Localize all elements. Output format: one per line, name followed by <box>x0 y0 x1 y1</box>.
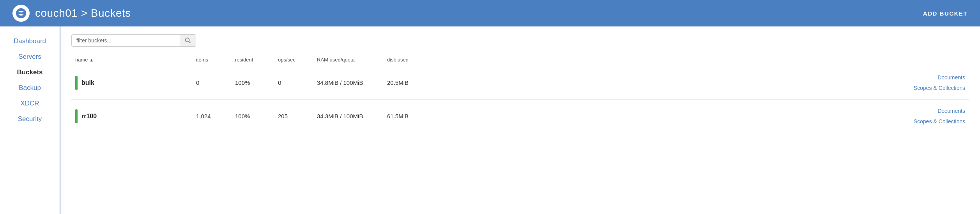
main-layout: Dashboard Servers Buckets Backup XDCR Se… <box>0 26 980 214</box>
cell-name-1: rr100 <box>71 100 192 133</box>
col-header-items: items <box>192 54 231 66</box>
col-header-resident: resident <box>231 54 274 66</box>
buckets-table: name ▲ items resident ops/sec RAM used/q… <box>71 54 969 133</box>
documents-link-1[interactable]: Documents <box>438 106 965 116</box>
svg-line-2 <box>189 42 191 43</box>
col-header-actions <box>434 54 969 66</box>
cell-actions-1: Documents Scopes & Collections <box>434 100 969 133</box>
search-icon <box>185 37 191 44</box>
cell-actions-0: Documents Scopes & Collections <box>434 66 969 100</box>
cell-ops-0: 0 <box>274 66 313 100</box>
sidebar-item-servers[interactable]: Servers <box>0 49 60 65</box>
cell-ram-1: 34.3MiB / 100MiB <box>313 100 383 133</box>
sidebar-item-security[interactable]: Security <box>0 111 60 127</box>
scopes-link-1[interactable]: Scopes & Collections <box>438 116 965 127</box>
cell-ram-0: 34.8MiB / 100MiB <box>313 66 383 100</box>
col-header-disk: disk used <box>383 54 434 66</box>
cell-ops-1: 205 <box>274 100 313 133</box>
logo-icon <box>12 5 30 22</box>
sort-arrow-icon: ▲ <box>89 58 94 62</box>
cell-disk-1: 61.5MiB <box>383 100 434 133</box>
add-bucket-button[interactable]: ADD BUCKET <box>923 10 968 17</box>
sidebar-item-xdcr[interactable]: XDCR <box>0 96 60 111</box>
sidebar: Dashboard Servers Buckets Backup XDCR Se… <box>0 26 60 214</box>
col-header-ops: ops/sec <box>274 54 313 66</box>
status-bar-1 <box>75 109 78 123</box>
bucket-name-1: rr100 <box>81 113 97 120</box>
cell-items-1: 1,024 <box>192 100 231 133</box>
content-area: name ▲ items resident ops/sec RAM used/q… <box>60 26 980 214</box>
col-header-ram: RAM used/quota <box>313 54 383 66</box>
table-row: bulk 0 100% 0 34.8MiB / 100MiB 20.5MiB D… <box>71 66 969 100</box>
documents-link-0[interactable]: Documents <box>438 72 965 83</box>
cell-disk-0: 20.5MiB <box>383 66 434 100</box>
filter-input-wrap <box>71 34 196 47</box>
scopes-link-0[interactable]: Scopes & Collections <box>438 83 965 93</box>
header: couch01 > Buckets ADD BUCKET <box>0 0 980 26</box>
bucket-name-0: bulk <box>81 79 94 86</box>
header-left: couch01 > Buckets <box>12 5 131 22</box>
cell-resident-1: 100% <box>231 100 274 133</box>
table-header-row: name ▲ items resident ops/sec RAM used/q… <box>71 54 969 66</box>
table-row: rr100 1,024 100% 205 34.3MiB / 100MiB 61… <box>71 100 969 133</box>
cell-name-0: bulk <box>71 66 192 100</box>
sidebar-item-buckets[interactable]: Buckets <box>0 65 60 80</box>
filter-input[interactable] <box>72 35 180 46</box>
svg-point-0 <box>16 8 26 18</box>
cell-items-0: 0 <box>192 66 231 100</box>
sidebar-item-backup[interactable]: Backup <box>0 80 60 96</box>
status-bar-0 <box>75 76 78 90</box>
filter-bar <box>71 34 969 47</box>
cell-resident-0: 100% <box>231 66 274 100</box>
sidebar-item-dashboard[interactable]: Dashboard <box>0 33 60 49</box>
col-header-name: name ▲ <box>71 54 192 66</box>
page-title: couch01 > Buckets <box>35 7 131 19</box>
filter-search-button[interactable] <box>180 35 196 46</box>
